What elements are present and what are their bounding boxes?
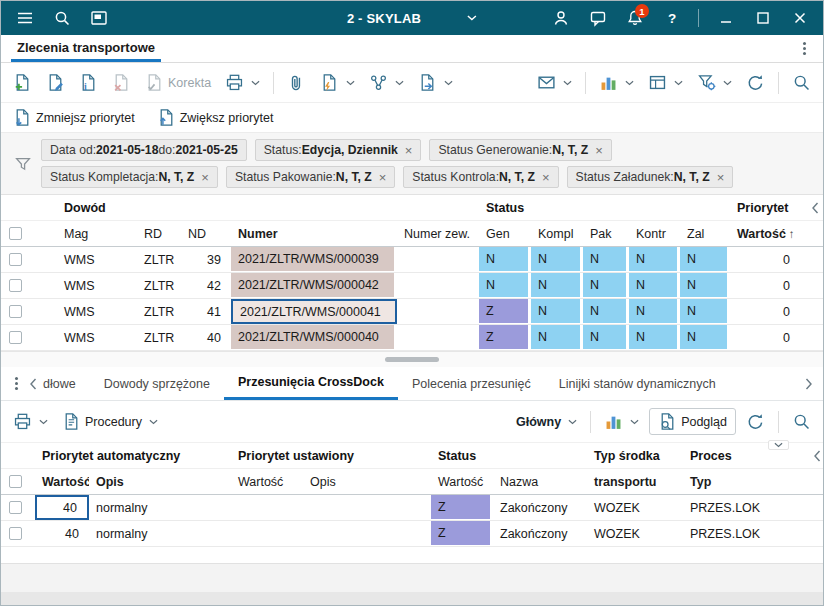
messages-button[interactable]	[582, 3, 613, 33]
decrease-priority-button[interactable]: Zmniejsz priorytet	[9, 105, 139, 130]
chip-close-icon[interactable]: ×	[717, 171, 725, 184]
analysis-button[interactable]	[600, 409, 643, 434]
filter-chip[interactable]: Status Generowanie: N, T, Z×	[429, 139, 611, 161]
row-checkbox[interactable]	[9, 527, 22, 540]
search-button[interactable]	[788, 70, 815, 95]
tabs-scroll-right-button[interactable]	[801, 367, 817, 400]
tab-linijki-stanow-dynamicznych[interactable]: Linijki stanów dynamicznych	[545, 367, 730, 400]
column-header-pak[interactable]: Pak	[583, 227, 629, 241]
column-header-kontr[interactable]: Kontr	[629, 227, 680, 241]
column-header-opis-ustawiony[interactable]: Opis	[303, 475, 431, 489]
print-button[interactable]	[221, 70, 264, 95]
group-header-typ-srodka[interactable]: Typ środka	[587, 449, 683, 463]
column-header-status-wartosc[interactable]: Wartość	[431, 475, 493, 489]
row-checkbox[interactable]	[9, 501, 22, 514]
group-header-dowod[interactable]: Dowód	[57, 201, 479, 215]
chip-close-icon[interactable]: ×	[405, 144, 413, 157]
select-all-checkbox[interactable]	[9, 475, 22, 488]
korekta-button[interactable]: Korekta	[141, 70, 215, 95]
column-header-nd[interactable]: ND	[181, 227, 231, 241]
filter-chip[interactable]: Data od: 2021-05-18 do: 2021-05-25	[41, 139, 247, 161]
main-table-row[interactable]: WMSZLTR392021/ZLTR/WMS/000039NNNNN0	[1, 247, 823, 273]
group-header-priorytet-ustawiony[interactable]: Priorytet ustawiony	[231, 449, 431, 463]
chip-close-icon[interactable]: ×	[379, 171, 387, 184]
minimize-button[interactable]	[710, 3, 741, 33]
document-info-button[interactable]: i	[75, 70, 102, 95]
export-document-button[interactable]	[414, 70, 457, 95]
row-checkbox[interactable]	[9, 305, 22, 318]
column-header-transportu[interactable]: transportu	[587, 475, 683, 489]
main-table-row[interactable]: WMSZLTR422021/ZLTR/WMS/000042NNNNN0	[1, 273, 823, 299]
refresh-button[interactable]	[742, 409, 769, 434]
collapse-columns-button[interactable]	[813, 450, 824, 462]
print-button[interactable]	[9, 409, 52, 434]
chip-close-icon[interactable]: ×	[201, 171, 209, 184]
column-header-opis-auto[interactable]: Opis	[89, 475, 231, 489]
filter-settings-button[interactable]	[693, 70, 736, 95]
attachments-button[interactable]	[283, 70, 310, 95]
procedury-button[interactable]: Procedury	[58, 409, 162, 434]
filter-chip[interactable]: Status Pakowanie: N, T, Z×	[226, 166, 395, 188]
generate-document-button[interactable]	[316, 70, 359, 95]
increase-priority-button[interactable]: Zwiększ priorytet	[153, 105, 278, 130]
edit-document-button[interactable]	[42, 70, 69, 95]
column-header-numer-zew[interactable]: Numer zew.	[397, 227, 479, 241]
chip-close-icon[interactable]: ×	[542, 171, 550, 184]
bottom-table-row[interactable]: 40normalnyZZakończonyWOZEKPRZES.LOK	[1, 521, 823, 547]
group-header-priorytet-automatyczny[interactable]: Priorytet automatyczny	[35, 449, 231, 463]
column-header-kompl[interactable]: Kompl	[531, 227, 583, 241]
close-button[interactable]	[784, 3, 815, 33]
pane-splitter[interactable]	[1, 351, 823, 367]
tab-options-button[interactable]	[795, 38, 813, 60]
filter-chip[interactable]: Status Kontrola: N, T, Z×	[403, 166, 558, 188]
main-table-row[interactable]: WMSZLTR402021/ZLTR/WMS/000040ZNNNN0	[1, 325, 823, 351]
group-header-proces[interactable]: Proces	[683, 449, 813, 463]
tab-dowody-sprzezone[interactable]: Dowody sprzężone	[90, 367, 224, 400]
collapse-columns-button[interactable]	[800, 202, 823, 214]
filter-chip[interactable]: Status Kompletacja: N, T, Z×	[41, 166, 218, 188]
delete-document-button[interactable]	[108, 70, 135, 95]
search-button[interactable]	[788, 409, 815, 434]
podglad-button[interactable]: Podgląd	[649, 408, 736, 435]
filter-chip[interactable]: Status Załadunek: N, T, Z×	[567, 166, 734, 188]
view-selector-dropdown[interactable]: Główny	[512, 412, 581, 432]
tabs-scroll-left-button[interactable]	[25, 367, 41, 400]
row-checkbox[interactable]	[9, 331, 22, 344]
column-header-nazwa[interactable]: Nazwa	[493, 475, 587, 489]
group-header-status[interactable]: Status	[431, 449, 587, 463]
send-button[interactable]	[533, 70, 576, 95]
user-button[interactable]	[545, 3, 576, 33]
main-table-row[interactable]: WMSZLTR412021/ZLTR/WMS/000041ZNNNN0	[1, 299, 823, 325]
collapse-toolbar-button[interactable]	[768, 440, 789, 450]
bottom-tabs-menu-button[interactable]	[7, 373, 25, 395]
chip-close-icon[interactable]: ×	[595, 144, 603, 157]
maximize-button[interactable]	[747, 3, 778, 33]
bottom-table-row[interactable]: 40normalnyZZakończonyWOZEKPRZES.LOK	[1, 495, 823, 521]
row-checkbox[interactable]	[9, 279, 22, 292]
tab-dokumenty-zrodlowe[interactable]: dłowe	[41, 367, 90, 400]
refresh-button[interactable]	[742, 70, 769, 95]
group-header-priorytet[interactable]: Priorytet	[730, 201, 800, 215]
column-header-wartosc-auto[interactable]: Wartość↑	[35, 475, 89, 489]
filter-chip[interactable]: Status: Edycja, Dziennik×	[255, 139, 422, 161]
app-switcher-button[interactable]	[83, 3, 114, 33]
column-header-mag[interactable]: Mag	[57, 227, 137, 241]
menu-button[interactable]	[9, 3, 40, 33]
column-header-gen[interactable]: Gen	[479, 227, 531, 241]
tab-polecenia-przesuniec[interactable]: Polecenia przesunięć	[398, 367, 545, 400]
column-header-typ[interactable]: Typ	[683, 475, 813, 489]
column-header-wartosc[interactable]: Wartość↑	[730, 227, 800, 241]
view-button[interactable]	[644, 70, 687, 95]
tab-przesuniecia-crossdock[interactable]: Przesunięcia CrossDock	[224, 367, 398, 400]
tab-zlecenia-transportowe[interactable]: Zlecenia transportowe	[11, 35, 161, 62]
column-header-zal[interactable]: Zal	[680, 227, 730, 241]
column-header-wartosc-ustawiony[interactable]: Wartość	[231, 475, 303, 489]
analysis-button[interactable]	[595, 70, 638, 95]
add-document-button[interactable]	[9, 70, 36, 95]
global-search-button[interactable]	[46, 3, 77, 33]
select-all-checkbox[interactable]	[9, 227, 22, 240]
row-checkbox[interactable]	[9, 253, 22, 266]
column-header-numer[interactable]: Numer	[231, 227, 397, 241]
window-title-dropdown[interactable]: 2 - SKYLAB	[347, 11, 477, 26]
bottom-scrollbar-track[interactable]	[1, 592, 823, 605]
